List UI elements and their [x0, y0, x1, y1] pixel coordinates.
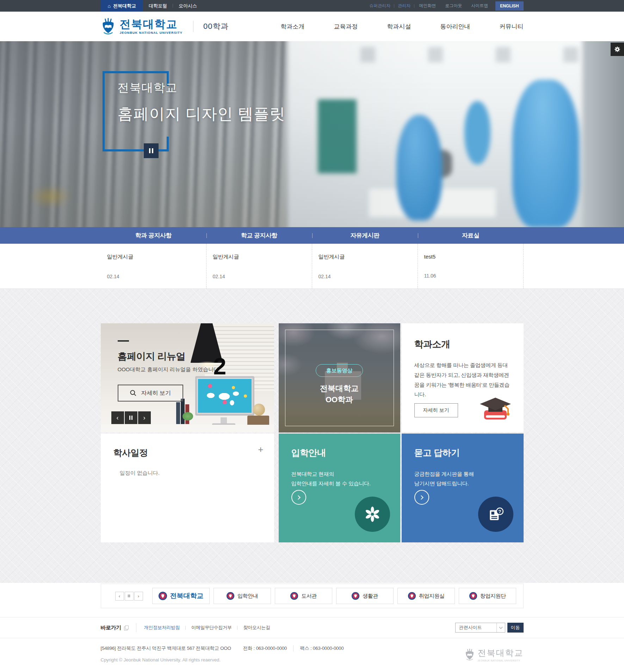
home-icon: ⌂: [108, 4, 111, 8]
renewal-more-label: 자세히 보기: [141, 390, 171, 397]
banner-label: 취업지원실: [419, 593, 445, 599]
privacy-policy-link[interactable]: 개인정보처리방침: [144, 624, 180, 631]
qna-desc-line2: 남기시면 답해드립니다.: [414, 480, 469, 486]
email-refuse-link[interactable]: 이메일무단수집거부: [191, 624, 231, 631]
nav-item-facility[interactable]: 학과시설: [387, 19, 411, 34]
hero-pause-button[interactable]: [144, 143, 159, 158]
banner-library[interactable]: 도서관: [275, 588, 332, 604]
banner-next-button[interactable]: ›: [134, 592, 143, 601]
copy-document-icon: [124, 626, 128, 630]
footer-address: [54896] 전라북도 전주시 덕진구 백제대로 567 전북대학교 OOO: [101, 645, 231, 652]
qna-arrow-button[interactable]: [414, 490, 429, 505]
promo-line2: OO학과: [279, 394, 400, 405]
notice-list: 일반게시글 02.14 일반게시글 02.14 일반게시글 02.14 test…: [0, 244, 624, 289]
notice-item[interactable]: 일반게시글 02.14: [206, 244, 312, 288]
banner-dormitory[interactable]: 생활관: [336, 588, 394, 604]
admission-description: 전북대학교 현재의 입학안내를 자세히 볼 수 있습니다.: [291, 469, 388, 488]
admission-desc-line1: 전북대학교 현재의: [291, 471, 334, 477]
card-photo-detail: [253, 404, 265, 416]
promo-video-card[interactable]: 홍보동영상 전북대학교 OO학과: [279, 323, 400, 433]
topbar-portal-link[interactable]: 대학포털: [143, 0, 173, 12]
page: ⌂ 전북대학교 대학포털 오아시스 슈퍼관리자 관리자 메인화면 로그아웃 사이…: [0, 0, 624, 672]
tab-school-notice[interactable]: 학교 공지사항: [206, 227, 312, 244]
notice-item[interactable]: 일반게시글 02.14: [312, 244, 418, 288]
renewal-more-button[interactable]: 자세히 보기: [118, 385, 183, 402]
banner-label: 생활관: [363, 593, 378, 599]
logo-subtitle: JEONBUK NATIONAL UNIVERSITY: [120, 31, 183, 35]
content-section: 홈페이지 리뉴얼 OOO대학교 홈페이지 리뉴얼을 하였습니다. 2 자세히 보…: [0, 289, 624, 583]
shield-logo-icon: [101, 18, 116, 35]
notice-title: 일반게시글: [213, 254, 305, 260]
chevron-down-icon: [496, 623, 505, 632]
notice-title: 일반게시글: [107, 254, 199, 260]
tab-dept-notice[interactable]: 학과 공지사항: [101, 227, 206, 244]
card-photo-detail: [101, 425, 274, 433]
banner-pause-button[interactable]: [125, 592, 134, 601]
slide-prev-button[interactable]: ‹: [111, 411, 124, 424]
shield-logo-icon: [464, 648, 475, 661]
nav-item-club[interactable]: 동아리안내: [440, 19, 470, 34]
footer-area: ‹ › 전북대학교: [0, 584, 624, 672]
related-sites-select[interactable]: 관련사이트: [455, 623, 505, 633]
card-photo-detail: [181, 399, 185, 424]
renewal-description: OOO대학교 홈페이지 리뉴얼을 하였습니다.: [118, 366, 221, 373]
tab-archive[interactable]: 자료실: [418, 227, 524, 244]
banner-label: 도서관: [301, 593, 317, 599]
admission-arrow-button[interactable]: [291, 490, 306, 505]
logo-divider: [193, 21, 193, 32]
university-emblem-icon: [469, 592, 477, 600]
banner-label: 전북대학교: [170, 591, 204, 601]
notice-date: 02.14: [213, 274, 305, 279]
topbar-sitemap-link[interactable]: 사이트맵: [467, 3, 493, 9]
banner-jbnu[interactable]: 전북대학교: [152, 588, 210, 604]
university-logo[interactable]: 전북대학교 JEONBUK NATIONAL UNIVERSITY 00학과: [101, 18, 229, 35]
directions-link[interactable]: 찾아오시는길: [243, 624, 270, 631]
university-emblem-icon: [290, 592, 298, 600]
tab-free-board[interactable]: 자유게시판: [312, 227, 418, 244]
hero-settings-button[interactable]: [611, 43, 624, 56]
svg-text:?: ?: [498, 509, 501, 514]
question-document-icon: ?: [487, 505, 505, 523]
topbar-admin-link[interactable]: 관리자: [394, 3, 414, 9]
search-icon: [130, 390, 137, 397]
promo-badge[interactable]: 홍보동영상: [316, 364, 363, 377]
nav-item-community[interactable]: 커뮤니티: [500, 19, 524, 34]
main-navigation: 학과소개 교육과정 학과시설 동아리안내 커뮤니티: [252, 19, 524, 34]
slide-next-button[interactable]: ›: [138, 411, 151, 424]
university-emblem-icon: [408, 592, 416, 600]
banner-list: 전북대학교 입학안내 도서관: [152, 588, 520, 604]
university-emblem-icon: [226, 592, 235, 600]
topbar-oasis-link[interactable]: 오아시스: [173, 0, 203, 12]
banner-startup-center[interactable]: 창업지원단: [459, 588, 516, 604]
schedule-more-plus-button[interactable]: +: [258, 445, 263, 454]
nav-item-curriculum[interactable]: 교육과정: [334, 19, 358, 34]
english-button[interactable]: ENGLISH: [495, 1, 523, 11]
footer-logo-title: 전북대학교: [478, 647, 524, 659]
card-inner-border: [285, 330, 394, 426]
notice-item[interactable]: 일반게시글 02.14: [101, 244, 206, 288]
admission-title: 입학안내: [291, 447, 388, 459]
nav-item-intro[interactable]: 학과소개: [281, 19, 305, 34]
notice-item[interactable]: test5 11.06: [418, 244, 524, 288]
qna-emblem-circle: ?: [478, 497, 513, 532]
banner-career-center[interactable]: 취업지원실: [397, 588, 455, 604]
admission-card[interactable]: 입학안내 전북대학교 현재의 입학안내를 자세히 볼 수 있습니다.: [279, 434, 400, 542]
notice-tab-bar: 학과 공지사항 학교 공지사항 자유게시판 자료실: [0, 227, 624, 244]
divider: [237, 626, 237, 630]
hero-title-line2: 홈페이지 디자인 템플릿: [118, 104, 285, 124]
topbar-home-link[interactable]: ⌂ 전북대학교: [101, 0, 143, 12]
qna-card[interactable]: 묻고 답하기 궁금한점을 게시판을 통해 남기시면 답해드립니다.: [402, 434, 524, 542]
intro-more-button[interactable]: 자세히 보기: [414, 403, 458, 417]
topbar-logout-link[interactable]: 로그아웃: [440, 3, 467, 9]
notice-title: test5: [424, 254, 516, 260]
admission-desc-line2: 입학안내를 자세히 볼 수 있습니다.: [291, 480, 371, 486]
banner-prev-button[interactable]: ‹: [115, 592, 124, 601]
topbar-superadmin-link[interactable]: 슈퍼관리자: [366, 3, 394, 9]
slide-pause-button[interactable]: [125, 411, 137, 424]
department-intro-card: 학과소개 세상으로 항해를 떠나는 졸업생에게 등대 같은 동반자가 되고, 신…: [402, 323, 524, 432]
schedule-card: 학사일정 + 일정이 없습니다.: [101, 434, 274, 542]
topbar-mainscreen-link[interactable]: 메인화면: [414, 3, 440, 9]
go-button[interactable]: 이동: [507, 623, 524, 633]
banner-strip: ‹ › 전북대학교: [0, 584, 624, 608]
banner-admission[interactable]: 입학안내: [214, 588, 271, 604]
